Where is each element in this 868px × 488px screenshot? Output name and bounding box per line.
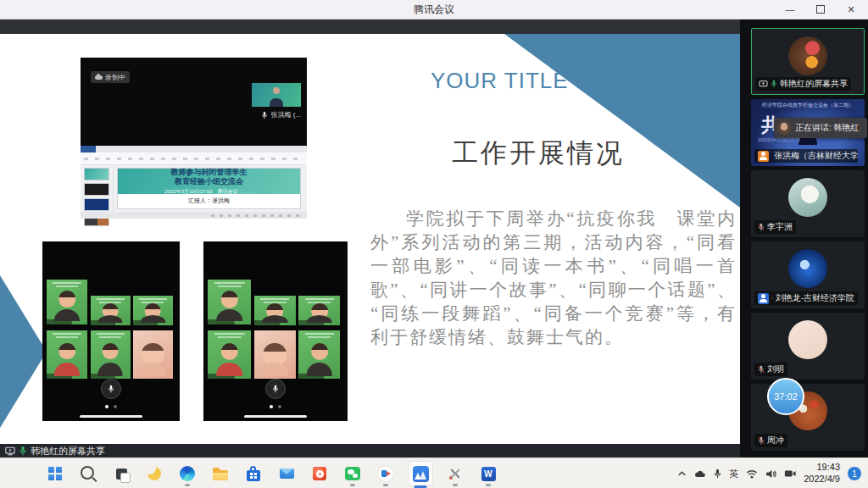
participant-tile-liyuzhou[interactable]: 李宇洲 xyxy=(751,170,865,237)
task-view-icon xyxy=(116,469,127,480)
phone2-home-indicator xyxy=(244,415,307,418)
phone1-home-indicator xyxy=(80,415,142,418)
share-bar-label: 韩艳红的屏幕共享 xyxy=(31,445,105,458)
input-language-indicator[interactable]: 英 xyxy=(729,468,738,480)
file-explorer-icon xyxy=(213,470,228,480)
ppt-thumbnail xyxy=(84,168,109,180)
camera-icon[interactable] xyxy=(784,469,796,478)
mic-muted-icon xyxy=(771,294,773,302)
participant-name: 李宇洲 xyxy=(767,221,793,233)
phone2-participant-tile xyxy=(254,296,296,325)
member-icon xyxy=(758,293,769,304)
microsoft-store-icon xyxy=(247,470,260,481)
participant-name: 刘明 xyxy=(767,363,784,375)
ppt-title-line1: 教师参与封闭管理学生 xyxy=(171,168,248,177)
participant-tile-hanyanhong-share[interactable]: 韩艳红的屏幕共享 xyxy=(751,28,865,95)
tencent-meeting-icon xyxy=(378,466,393,481)
office-button[interactable] xyxy=(309,463,331,485)
word-button[interactable]: W xyxy=(477,463,499,485)
wechat-button[interactable] xyxy=(342,463,364,485)
wifi-icon[interactable] xyxy=(746,469,758,479)
avatar xyxy=(788,178,827,217)
embedded-pip-video xyxy=(252,83,301,107)
recording-indicator: 录制中 xyxy=(91,71,130,83)
tray-mic-icon[interactable] xyxy=(714,469,721,479)
phone1-participant-tile xyxy=(133,330,173,379)
phone1-participant-tile xyxy=(47,330,88,379)
participant-tile-liuyanlong[interactable]: 刘艳龙-吉财经济学院 xyxy=(751,241,865,308)
microsoft-store-button[interactable] xyxy=(242,463,264,485)
start-button[interactable] xyxy=(44,463,66,485)
windows-start-icon xyxy=(48,467,62,480)
screen-share-icon xyxy=(759,80,768,88)
recording-label: 录制中 xyxy=(105,73,125,82)
crescent-app-button[interactable] xyxy=(143,463,165,485)
tencent-meeting-window: 腾讯会议 — ✕ YOUR TITLE HERE 工作开展情况 学院拟于下周举办… xyxy=(0,0,868,488)
taskbar-app-icons: W xyxy=(44,458,499,488)
mic-icon xyxy=(108,385,114,393)
tray-chevron-up-icon[interactable] xyxy=(677,470,687,477)
participant-name-tag: 李宇洲 xyxy=(754,220,796,234)
search-icon xyxy=(81,466,94,480)
video-slide-title: 经济学院在线教学经验交流会（第二期） xyxy=(751,102,865,109)
pip-name-text: 张洪梅 (... xyxy=(270,110,301,119)
phone1-participant-tile xyxy=(47,280,88,324)
slide-body-text: 学院拟于下周举办“抗疫你我 课堂内外”系列活动的第三期，活动内容，“同看一部电影… xyxy=(370,207,737,349)
ppt-thumbnail-panel xyxy=(81,165,114,212)
mic-icon xyxy=(272,385,279,393)
meeting-duration-bubble[interactable]: 37:02 xyxy=(767,378,804,415)
tencent-meeting-active-button[interactable] xyxy=(408,461,433,486)
edge-button[interactable] xyxy=(176,463,198,485)
cloud-record-icon xyxy=(95,75,103,80)
wechat-icon xyxy=(345,467,360,480)
tencent-meeting-button[interactable] xyxy=(375,463,397,485)
participant-name: 韩艳红的屏幕共享 xyxy=(780,78,848,90)
mic-icon xyxy=(261,111,268,119)
mail-button[interactable] xyxy=(275,463,298,485)
snip-tool-button[interactable] xyxy=(444,463,466,485)
speaking-tooltip: 正在讲话: 韩艳红 xyxy=(774,118,867,138)
blue-mountain-app-icon xyxy=(413,466,429,482)
ppt-slide-banner: 教师参与封闭管理学生 教育经验小组交流会 2022年3月10日17:00 腾讯会… xyxy=(118,169,300,194)
shared-screen-stage: YOUR TITLE HERE 工作开展情况 学院拟于下周举办“抗疫你我 课堂内… xyxy=(0,19,740,458)
taskbar-clock[interactable]: 19:43 2022/4/9 xyxy=(804,462,840,485)
participant-name: 刘艳龙-吉财经济学院 xyxy=(776,292,854,304)
maximize-icon xyxy=(816,5,825,14)
avatar xyxy=(788,36,827,75)
participant-tile-liuming[interactable]: 刘明 xyxy=(751,313,865,380)
phone1-participant-tile xyxy=(91,330,131,379)
phone2-participant-tile xyxy=(208,280,251,324)
window-titlebar: 腾讯会议 — ✕ xyxy=(0,0,868,19)
participant-name-tag: 张洪梅（吉林财经大学） xyxy=(754,149,858,163)
snip-red-dot xyxy=(449,476,453,480)
maximize-button[interactable] xyxy=(805,0,836,19)
search-button[interactable] xyxy=(77,463,99,485)
phone1-participant-tile xyxy=(133,296,173,325)
clock-date: 2022/4/9 xyxy=(804,474,840,485)
embedded-video-call-area: 录制中 张洪梅 (... xyxy=(81,58,307,146)
close-button[interactable]: ✕ xyxy=(836,0,866,19)
file-explorer-button[interactable] xyxy=(209,463,231,485)
phone-screenshot-1 xyxy=(42,241,180,421)
notification-badge[interactable]: 1 xyxy=(848,467,861,480)
embedded-pip-name: 张洪梅 (... xyxy=(261,110,301,119)
phone2-mic-button xyxy=(265,379,286,399)
system-tray: 英 19:43 2022/4/9 1 xyxy=(677,458,861,488)
tooltip-avatar xyxy=(777,121,791,135)
window-title: 腾讯会议 xyxy=(0,0,868,19)
windows-taskbar: W 英 19:43 2022/4/9 1 xyxy=(0,458,868,488)
speaking-tooltip-text: 正在讲话: 韩艳红 xyxy=(795,122,860,134)
ppt-thumbnail xyxy=(84,183,109,196)
task-view-button[interactable] xyxy=(110,463,132,485)
speaker-icon[interactable] xyxy=(765,469,776,479)
ppt-title-line2: 教育经验小组交流会 xyxy=(175,177,243,186)
ppt-titlebar xyxy=(81,146,307,152)
embedded-powerpoint-window: 教师参与封闭管理学生 教育经验小组交流会 2022年3月10日17:00 腾讯会… xyxy=(81,146,307,219)
onedrive-cloud-icon[interactable] xyxy=(694,470,706,478)
ppt-status-bar xyxy=(81,212,307,219)
minimize-button[interactable]: — xyxy=(775,0,805,19)
snip-tool-icon xyxy=(448,467,462,480)
clock-time: 19:43 xyxy=(804,462,840,474)
ppt-ribbon xyxy=(81,152,307,165)
participant-name-tag: 刘艳龙-吉财经济学院 xyxy=(754,291,858,305)
